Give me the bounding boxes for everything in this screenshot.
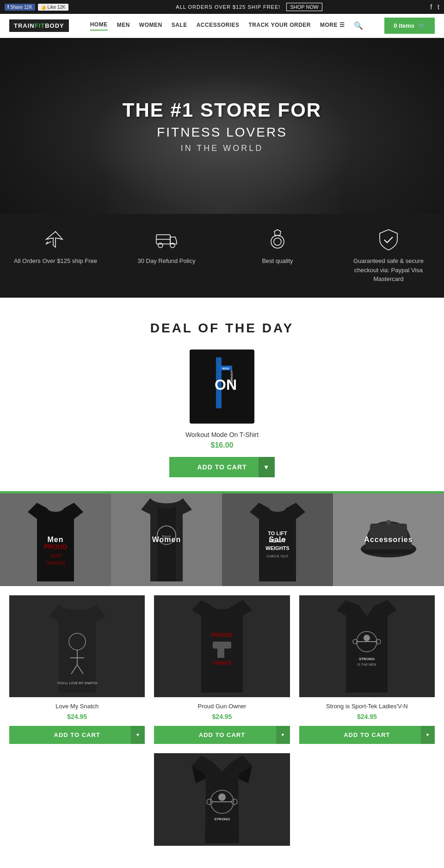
product-image-2: PROUD OWNER	[154, 595, 290, 697]
cart-button[interactable]: 0 items 🛒	[384, 18, 435, 34]
category-accessories[interactable]: logo Accessories	[333, 493, 444, 586]
feature-shipping-text: All Orders Over $125 ship Free	[9, 256, 102, 266]
feature-refund-text: 30 Day Refund Policy	[120, 256, 213, 266]
cart-icon: 🛒	[418, 22, 426, 29]
feature-quality-text: Best quality	[231, 256, 324, 266]
cart-dropdown-arrow[interactable]: ▼	[259, 457, 275, 477]
nav-sale[interactable]: SALE	[172, 22, 187, 30]
svg-text:IS THE NEW: IS THE NEW	[358, 663, 376, 666]
facebook-icon[interactable]: f	[430, 3, 432, 11]
product-image-4: STRONG	[154, 753, 290, 846]
hero-content: THE #1 STORE FOR FITNESS LOVERS IN THE W…	[123, 99, 321, 153]
feature-secure-text: Guaranteed safe & secure checkout via: P…	[342, 256, 435, 284]
product-add-cart-button-1[interactable]: ADD TO CART ▼	[9, 726, 145, 744]
products-section: YOU'LL LOVE MY SNATCH Love My Snatch $24…	[0, 586, 444, 754]
product-card-2: PROUD OWNER Proud Gun Owner $24.95 ADD T…	[154, 595, 290, 744]
social-icons: f t	[430, 3, 439, 11]
svg-text:GUN: GUN	[50, 553, 62, 558]
nav-women[interactable]: WOMEN	[139, 22, 162, 30]
svg-point-42	[218, 793, 226, 801]
product-price-1: $24.95	[9, 713, 145, 720]
product-add-cart-button-3[interactable]: ADD TO CART ▼	[299, 726, 435, 744]
truck-icon	[155, 228, 178, 251]
product-svg-3: STRONG IS THE NEW	[337, 600, 397, 693]
promo-text: ALL ORDERS OVER $125 SHIP FREE! SHOP NOW	[176, 3, 322, 11]
nav-home[interactable]: HOME	[90, 21, 108, 31]
product-name-2: Proud Gun Owner	[154, 703, 290, 711]
svg-rect-32	[217, 649, 224, 658]
category-sale-label: Sale	[269, 536, 286, 544]
header: TRAINFITBODY HOME MEN WOMEN SALE ACCESSO…	[0, 14, 444, 38]
nav-more[interactable]: MORE ☰	[320, 22, 345, 30]
svg-point-22	[386, 520, 391, 525]
product-svg-1: YOU'LL LOVE MY SNATCH	[47, 600, 107, 693]
nav-track-order[interactable]: TRACK YOUR ORDER	[249, 22, 311, 30]
deal-title: DEAL OF THE DAY	[9, 321, 435, 336]
svg-text:OWNER: OWNER	[46, 560, 65, 566]
product-price-3: $24.95	[299, 713, 435, 720]
category-women[interactable]: figure Women	[111, 493, 222, 586]
product-cart-arrow-2[interactable]: ▼	[276, 726, 290, 744]
category-women-label: Women	[152, 536, 181, 544]
tshirt-graphic: MODE WORKOUT ON	[194, 353, 250, 420]
shield-icon	[377, 228, 400, 251]
product-image-3: STRONG IS THE NEW	[299, 595, 435, 697]
logo[interactable]: TRAINFITBODY	[9, 19, 69, 32]
features-bar: All Orders Over $125 ship Free 30 Day Re…	[0, 214, 444, 298]
twitter-icon[interactable]: t	[438, 3, 439, 11]
feature-refund: 30 Day Refund Policy	[111, 228, 222, 266]
airplane-icon	[44, 228, 67, 251]
feature-secure: Guaranteed safe & secure checkout via: P…	[333, 228, 444, 284]
products-grid: YOU'LL LOVE MY SNATCH Love My Snatch $24…	[9, 595, 435, 744]
cart-label: 0 items	[394, 22, 414, 29]
svg-point-5	[274, 238, 281, 245]
hero-subtitle: FITNESS LOVERS	[123, 125, 321, 140]
category-accessories-label: Accessories	[364, 536, 413, 544]
svg-text:YOU'LL LOVE MY SNATCH: YOU'LL LOVE MY SNATCH	[57, 681, 97, 685]
product-price-2: $24.95	[154, 713, 290, 720]
deal-section: DEAL OF THE DAY MODE WORKOUT ON Workout …	[0, 298, 444, 491]
product-svg-2: PROUD OWNER	[192, 600, 252, 693]
social-buttons: f Share 12K 👍 Like 12K	[5, 4, 68, 11]
deal-add-to-cart-button[interactable]: ADD TO CART ▼	[169, 457, 274, 477]
category-sale[interactable]: TO LIFT HEAVY WEIGHTS CHECK OUT Sale	[222, 493, 333, 586]
categories-grid: PROUD GUN OWNER Men figure Women TO LIFT	[0, 493, 444, 586]
nav-accessories[interactable]: ACCESSORIES	[197, 22, 240, 30]
svg-rect-31	[213, 642, 231, 649]
category-men[interactable]: PROUD GUN OWNER Men	[0, 493, 111, 586]
product-add-cart-button-2[interactable]: ADD TO CART ▼	[154, 726, 290, 744]
feature-quality: Best quality	[222, 228, 333, 266]
bottom-products-section: STRONG	[0, 753, 444, 861]
svg-text:PROUD: PROUD	[44, 543, 68, 550]
deal-product-price: $16.00	[9, 441, 435, 450]
svg-text:PROUD: PROUD	[211, 631, 233, 638]
nav-men[interactable]: MEN	[117, 22, 130, 30]
product-cart-arrow-3[interactable]: ▼	[421, 726, 435, 744]
top-bar: f Share 12K 👍 Like 12K ALL ORDERS OVER $…	[0, 0, 444, 14]
facebook-share-button[interactable]: f Share 12K	[5, 4, 35, 11]
hero-section: THE #1 STORE FOR FITNESS LOVERS IN THE W…	[0, 38, 444, 214]
product-image-1: YOU'LL LOVE MY SNATCH	[9, 595, 145, 697]
product-name-3: Strong is Sport-Tek Ladies'V-N	[299, 703, 435, 711]
svg-text:ON: ON	[215, 376, 237, 393]
product-svg-4: STRONG	[192, 756, 252, 843]
deal-product-name: Workout Mode On T-Shirt	[9, 431, 435, 438]
svg-point-4	[271, 235, 284, 248]
product-card-3: STRONG IS THE NEW Strong is Sport-Tek La…	[299, 595, 435, 744]
facebook-like-button[interactable]: 👍 Like 12K	[38, 4, 68, 11]
svg-text:STRONG: STRONG	[359, 657, 375, 661]
deal-product-image: MODE WORKOUT ON	[190, 350, 254, 424]
medal-icon	[266, 228, 289, 251]
product-card-4: STRONG	[154, 753, 290, 851]
product-cart-arrow-1[interactable]: ▼	[131, 726, 145, 744]
svg-text:STRONG: STRONG	[214, 817, 230, 821]
product-card-1: YOU'LL LOVE MY SNATCH Love My Snatch $24…	[9, 595, 145, 744]
shop-now-button[interactable]: SHOP NOW	[286, 3, 323, 11]
svg-text:MODE: MODE	[222, 367, 230, 370]
hero-sub2: IN THE WORLD	[123, 144, 321, 153]
product-name-1: Love My Snatch	[9, 703, 145, 711]
search-button[interactable]: 🔍	[354, 21, 363, 30]
svg-text:WEIGHTS: WEIGHTS	[265, 545, 289, 551]
svg-text:CHECK OUT: CHECK OUT	[266, 554, 288, 558]
category-men-label: Men	[48, 536, 64, 544]
